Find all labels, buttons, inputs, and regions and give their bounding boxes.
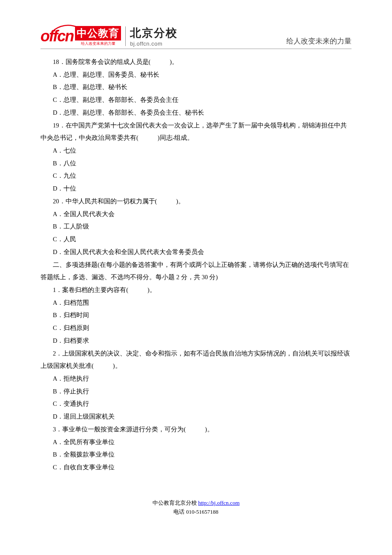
- offcn-logo: offcn: [40, 27, 73, 45]
- question-20: 20．中华人民共和国的一切权力属于( )。: [40, 195, 352, 208]
- s2-question-2: 2．上级国家机关的决议、决定、命令和指示，如有不适合民族自治地方实际情况的，自治…: [40, 347, 352, 373]
- question-18: 18．国务院常务会议的组成人员是( )。: [40, 56, 352, 69]
- logo-area: offcn 中公教育 给人改变未来的力量 北京分校 bj.offcn.com: [40, 26, 178, 47]
- brand-cn: 中公教育: [75, 26, 121, 40]
- option: B．归档时间: [40, 309, 352, 322]
- footer-link[interactable]: http://bj.offcn.com: [198, 500, 239, 506]
- option: C．总理、副总理、各部部长、各委员会主任: [40, 94, 352, 107]
- brand-sub: 给人改变未来的力量: [81, 41, 115, 46]
- question-19-text: 19．在中国共产党第十七次全国代表大会一次会议上，选举产生了新一届中央领导机构，…: [40, 122, 347, 142]
- content-body: 18．国务院常务会议的组成人员是( )。 A．总理、副总理、国务委员、秘书长 B…: [40, 56, 352, 474]
- question-19: 19．在中国共产党第十七次全国代表大会一次会议上，选举产生了新一届中央领导机构，…: [40, 119, 352, 145]
- option: B．停止执行: [40, 385, 352, 398]
- section2-title: 二、多项选择题(在每小题的备选答案中，有两个或两个以上正确答案，请将你认为正确的…: [40, 259, 352, 284]
- option: B．工人阶级: [40, 220, 352, 233]
- option: D．归档要求: [40, 335, 352, 347]
- option: C．归档原则: [40, 322, 352, 335]
- page-footer: 中公教育北京分校 http://bj.offcn.com 电话 010-5165…: [0, 499, 392, 517]
- branch-block: 北京分校 bj.offcn.com: [130, 26, 178, 47]
- divider: [125, 26, 126, 46]
- option: A．总理、副总理、国务委员、秘书长: [40, 69, 352, 81]
- option: C．自收自支事业单位: [40, 461, 352, 474]
- option: D．十位: [40, 182, 352, 195]
- s2-question-3: 3．事业单位一般按资金来源进行分类，可分为( )。: [40, 423, 352, 436]
- option: B．总理、副总理、秘书长: [40, 81, 352, 94]
- option: C．变通执行: [40, 398, 352, 410]
- branch-url: bj.offcn.com: [130, 40, 178, 47]
- option: A．七位: [40, 145, 352, 157]
- branch-name: 北京分校: [130, 26, 178, 40]
- option: A．全国人民代表大会: [40, 208, 352, 221]
- option: C．九位: [40, 170, 352, 182]
- option: D．退回上级国家机关: [40, 410, 352, 423]
- footer-line2: 电话 010-51657188: [0, 508, 392, 517]
- s2-question-1: 1．案卷归档的主要内容有( )。: [40, 284, 352, 297]
- option: C．人民: [40, 233, 352, 246]
- page-header: offcn 中公教育 给人改变未来的力量 北京分校 bj.offcn.com 给…: [40, 26, 352, 49]
- footer-prefix: 中公教育北京分校: [153, 500, 198, 506]
- header-slogan: 给人改变未来的力量: [286, 36, 352, 47]
- option: A．全民所有事业单位: [40, 436, 352, 449]
- option: B．八位: [40, 157, 352, 170]
- option: B．全额拨款事业单位: [40, 448, 352, 461]
- option: D．全国人民代表大会和全国人民代表大会常务委员会: [40, 246, 352, 259]
- footer-line1: 中公教育北京分校 http://bj.offcn.com: [0, 499, 392, 508]
- option: A．归档范围: [40, 297, 352, 309]
- option: D．总理、副总理、各部部长、各委员会主任、秘书长: [40, 107, 352, 119]
- brand-block: 中公教育 给人改变未来的力量: [75, 26, 121, 46]
- option: A．拒绝执行: [40, 373, 352, 385]
